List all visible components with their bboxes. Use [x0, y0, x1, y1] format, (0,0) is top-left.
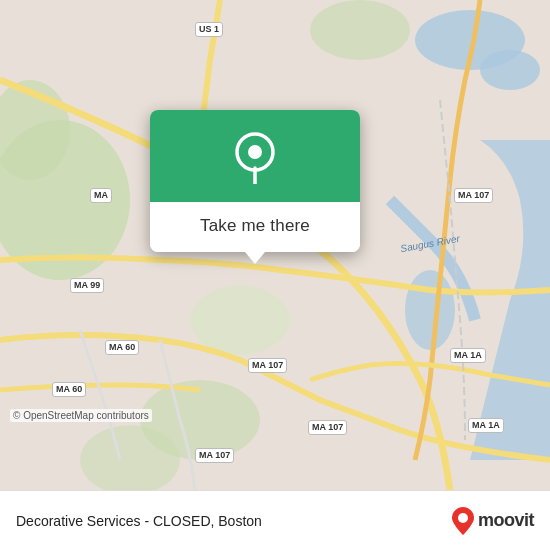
- road-badge-ma107-1: MA 107: [248, 358, 287, 373]
- moovit-logo: moovit: [452, 507, 534, 535]
- svg-point-3: [405, 270, 455, 350]
- road-badge-us1: US 1: [195, 22, 223, 37]
- osm-credit: © OpenStreetMap contributors: [10, 409, 152, 422]
- road-badge-ma107-3: MA 107: [195, 448, 234, 463]
- popup-card-header: [150, 110, 360, 202]
- road-badge-ma: MA: [90, 188, 112, 203]
- road-badge-ma60-2: MA 60: [52, 382, 86, 397]
- svg-point-2: [480, 50, 540, 90]
- svg-point-9: [190, 285, 290, 355]
- road-badge-ma99: MA 99: [70, 278, 104, 293]
- take-me-there-button[interactable]: Take me there: [200, 216, 310, 236]
- moovit-logo-text: moovit: [478, 510, 534, 531]
- svg-point-12: [458, 513, 468, 523]
- bottom-title: Decorative Services - CLOSED, Boston: [16, 513, 262, 529]
- location-pin-icon: [229, 132, 281, 184]
- road-badge-ma60-1: MA 60: [105, 340, 139, 355]
- road-badge-ma1a-1: MA 1A: [450, 348, 486, 363]
- map-container: US 1 MA MA 99 MA 60 MA 60 MA 107 MA 107 …: [0, 0, 550, 490]
- road-badge-ma1a-2: MA 1A: [468, 418, 504, 433]
- bottom-bar: Decorative Services - CLOSED, Boston moo…: [0, 490, 550, 550]
- moovit-pin-icon: [452, 507, 474, 535]
- svg-point-8: [310, 0, 410, 60]
- popup-card: Take me there: [150, 110, 360, 252]
- svg-point-11: [248, 145, 262, 159]
- road-badge-ma107-4: MA 107: [454, 188, 493, 203]
- road-badge-ma107-2: MA 107: [308, 420, 347, 435]
- popup-tail: [245, 252, 265, 264]
- popup-card-bottom[interactable]: Take me there: [150, 202, 360, 252]
